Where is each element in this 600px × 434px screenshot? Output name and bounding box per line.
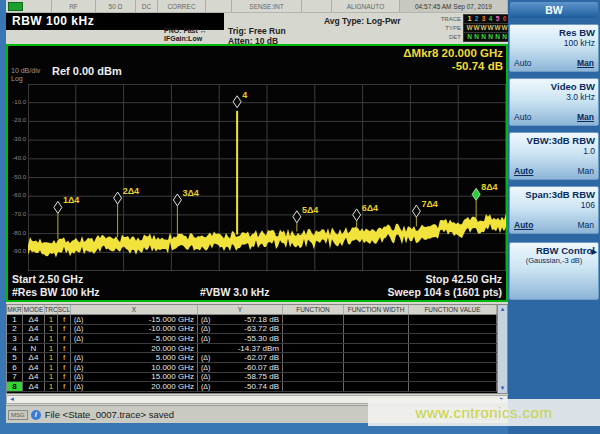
marker-y-value: -63.72 dB <box>244 325 279 334</box>
softkey-rbw-control[interactable]: RBW Control▶(Gaussian,-3 dB) <box>509 242 599 300</box>
status-segment: CORREC <box>158 0 206 12</box>
marker-table-row[interactable]: 4N1f20.000 GHz-14.37 dBm <box>7 344 497 354</box>
marker-cell: 1 <box>7 315 23 324</box>
marker-table-row[interactable]: 5Δ41f(Δ)5.000 GHz(Δ)-62.07 dB <box>7 353 497 363</box>
softkey-man-option[interactable]: Man <box>577 58 594 68</box>
marker-table-header: MKRMODETRCSCLXYFUNCTIONFUNCTION WIDTHFUN… <box>7 305 497 315</box>
marker-cell <box>283 382 344 391</box>
marker-table-row[interactable]: 7Δ41f(Δ)15.000 GHz(Δ)-58.75 dB <box>7 373 497 383</box>
marker-cell: 1 <box>45 325 58 334</box>
marker-cell <box>344 344 409 353</box>
marker-cell: 3 <box>7 334 23 343</box>
marker-y-value: -57.18 dB <box>244 315 279 324</box>
marker-cell <box>409 382 497 391</box>
status-segment: DC <box>136 0 158 12</box>
marker-cell: N <box>23 344 45 353</box>
ifgain-mode: IFGain:Low <box>164 35 207 43</box>
scale-readout: 10 dB/div Log <box>11 67 40 83</box>
marker-x-value: -10.000 GHz <box>149 325 194 334</box>
marker-y-value: -50.74 dB <box>244 382 279 391</box>
scale-per-div: 10 dB/div <box>11 67 40 75</box>
marker-table-row[interactable]: 6Δ41f(Δ)10.000 GHz(Δ)-60.07 dB <box>7 363 497 373</box>
marker-cell <box>283 353 344 362</box>
marker-cell <box>344 325 409 334</box>
marker-cell: 1 <box>45 382 58 391</box>
marker-x-value: 20.000 GHz <box>151 344 194 353</box>
status-datetime: 04:57:45 AM Sep 07, 2019 <box>400 0 508 12</box>
marker-table-body: 1Δ41f(Δ)-15.000 GHz(Δ)-57.18 dB2Δ41f(Δ)-… <box>7 315 497 392</box>
marker-cell: f <box>58 373 71 382</box>
marker-cell: f <box>58 315 71 324</box>
softkey-vbw-3db-rbw[interactable]: VBW:3dB RBW1.0AutoMan <box>509 132 599 180</box>
marker-cell: (Δ)20.000 GHz <box>71 382 198 391</box>
marker-cell <box>344 382 409 391</box>
scroll-left-icon[interactable]: ◄ <box>7 396 17 403</box>
remote-indicator-icon <box>8 2 23 11</box>
softkey-video-bw[interactable]: Video BW3.0 kHzAutoMan <box>509 78 599 126</box>
trace-block-value: W <box>466 24 473 32</box>
softkey-auto-option[interactable]: Auto <box>514 166 533 176</box>
scroll-up-icon[interactable]: ▲ <box>500 305 506 314</box>
y-axis-label: -20.0 <box>8 117 26 123</box>
softkey-man-option[interactable]: Man <box>577 166 594 176</box>
marker-cell: (Δ)10.000 GHz <box>71 363 198 372</box>
y-axis-label: -70.0 <box>8 211 26 217</box>
marker-table-row[interactable]: 3Δ41f(Δ)-5.000 GHz(Δ)-55.30 dB <box>7 334 497 344</box>
softkey-auto-option[interactable]: Auto <box>514 58 532 68</box>
marker-cell: 8 <box>7 382 23 391</box>
svg-text:8Δ4: 8Δ4 <box>481 182 497 192</box>
softkey-span-3db-rbw[interactable]: Span:3dB RBW106AutoMan <box>509 186 599 234</box>
marker-cell: (Δ)-58.75 dB <box>198 373 283 382</box>
delta-marker-readout: ΔMkr8 20.000 GHz -50.74 dB <box>403 47 503 73</box>
trace-block-value: N <box>473 33 480 41</box>
marker-table-column-header: FUNCTION VALUE <box>409 305 497 314</box>
svg-text:7Δ4: 7Δ4 <box>421 199 437 209</box>
marker-cell <box>344 315 409 324</box>
marker-table-row[interactable]: 8Δ41f(Δ)20.000 GHz(Δ)-50.74 dB <box>7 382 497 392</box>
menu-title: BW <box>510 2 598 18</box>
softkey-man-option[interactable]: Man <box>577 220 594 230</box>
marker-cell <box>409 334 497 343</box>
marker-table-scrollbar[interactable]: ▲ ▼ <box>497 305 507 393</box>
marker-y-prefix: (Δ) <box>201 383 210 390</box>
softkey-auto-option[interactable]: Auto <box>514 112 532 122</box>
y-axis-label: -40.0 <box>8 155 26 161</box>
marker-cell: f <box>58 325 71 334</box>
marker-table-row[interactable]: 2Δ41f(Δ)-10.000 GHz(Δ)-63.72 dB <box>7 325 497 335</box>
marker-table-row[interactable]: 1Δ41f(Δ)-15.000 GHz(Δ)-57.18 dB <box>7 315 497 325</box>
delta-marker-freq: ΔMkr8 20.000 GHz <box>403 47 503 60</box>
marker-y-prefix: (Δ) <box>201 354 210 361</box>
trace-block-value: W <box>501 24 508 32</box>
marker-y-value: -55.30 dB <box>244 334 279 343</box>
trace-block-value: W <box>494 24 501 32</box>
res-bw-annotation: #Res BW 100 kHz <box>12 286 100 298</box>
marker-table-column-header: MKR <box>7 305 23 314</box>
y-axis-label: -10.0 <box>8 99 26 105</box>
marker-x-prefix: (Δ) <box>74 316 83 323</box>
scroll-down-icon[interactable]: ▼ <box>500 384 506 393</box>
trace-block-value: N <box>501 33 508 41</box>
trace-block-value: N <box>487 33 494 41</box>
marker-cell <box>409 315 497 324</box>
svg-text:6Δ4: 6Δ4 <box>362 203 378 213</box>
softkey-value: 100 kHz <box>513 38 595 48</box>
softkey-auto-option[interactable]: Auto <box>514 220 533 230</box>
marker-x-prefix: (Δ) <box>74 383 83 390</box>
status-segment <box>206 0 232 12</box>
stop-freq: Stop 42.50 GHz <box>426 273 502 285</box>
y-axis-label: -30.0 <box>8 136 26 142</box>
spectrum-trace-svg: 1Δ42Δ43Δ445Δ46Δ47Δ48Δ4 <box>28 84 506 271</box>
marker-cell: 2 <box>7 325 23 334</box>
softkey-res-bw[interactable]: Res BW100 kHzAutoMan <box>509 24 599 72</box>
trace-block-label: TRACE <box>436 16 463 22</box>
marker-y-value: -60.07 dB <box>244 363 279 372</box>
marker-cell: 1 <box>45 353 58 362</box>
marker-y-prefix: (Δ) <box>201 335 210 342</box>
status-segment: ALIGNAUTO <box>332 0 400 12</box>
delta-marker-amp: -50.74 dB <box>403 60 503 73</box>
info-icon: i <box>31 410 41 420</box>
softkey-man-option[interactable]: Man <box>577 112 594 122</box>
submenu-arrow-icon: ▶ <box>592 246 597 257</box>
marker-y-prefix: (Δ) <box>201 325 210 332</box>
marker-table-column-header: TRC <box>45 305 58 314</box>
